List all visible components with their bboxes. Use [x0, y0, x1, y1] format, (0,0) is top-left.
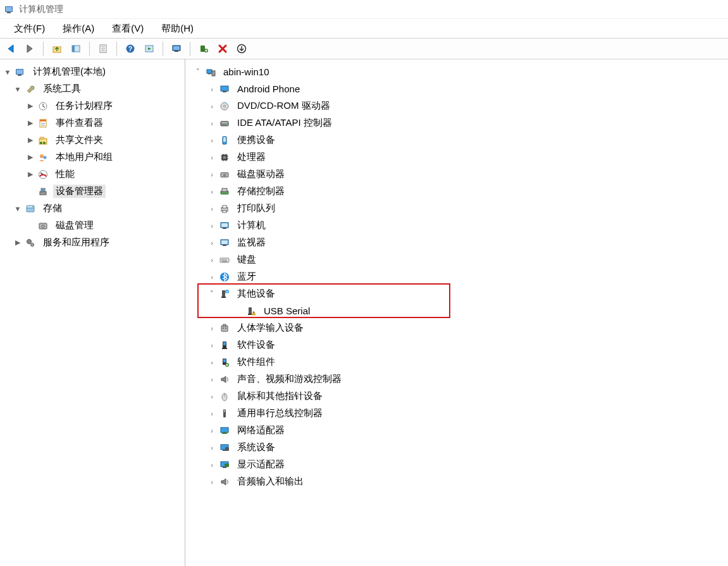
help-button[interactable] — [122, 40, 139, 57]
device-ide[interactable]: › IDE ATA/ATAPI 控制器 — [188, 114, 728, 132]
device-display-adapters[interactable]: › 显示适配器 — [188, 456, 728, 473]
update-driver-button[interactable] — [233, 40, 250, 57]
expand-icon[interactable]: ▶ — [25, 170, 35, 178]
disk-icon — [37, 219, 49, 232]
expand-icon[interactable]: ▼ — [3, 68, 13, 76]
menu-action[interactable]: 操作(A) — [54, 20, 103, 37]
gears-icon — [24, 237, 37, 249]
expand-icon[interactable]: › — [207, 359, 217, 366]
device-label: 其他设备 — [235, 287, 278, 300]
device-processors[interactable]: › 处理器 — [188, 149, 728, 166]
device-disk-drives[interactable]: › 磁盘驱动器 — [188, 166, 728, 183]
expand-icon[interactable]: › — [207, 239, 217, 247]
scan-hardware-button[interactable] — [168, 40, 185, 57]
device-storage-controllers[interactable]: › 存储控制器 — [188, 183, 728, 200]
uninstall-device-button[interactable] — [214, 40, 231, 57]
tree-system-tools[interactable]: ▼ 系统工具 — [3, 80, 185, 97]
expand-icon[interactable]: › — [207, 427, 217, 434]
expand-icon[interactable]: ▼ — [13, 205, 23, 212]
expand-icon[interactable]: ▶ — [13, 238, 23, 247]
tree-label: 磁盘管理 — [53, 219, 96, 232]
expand-icon[interactable]: › — [207, 137, 217, 144]
tree-label: 系统工具 — [40, 82, 83, 95]
separator — [43, 42, 44, 56]
device-system-devices[interactable]: › 系统设备 — [188, 439, 728, 456]
expand-icon[interactable]: › — [207, 273, 217, 281]
device-mouse[interactable]: › 鼠标和其他指针设备 — [188, 388, 728, 405]
menu-help[interactable]: 帮助(H) — [152, 20, 202, 37]
keyboard-icon — [218, 254, 231, 266]
expand-icon[interactable]: › — [207, 222, 217, 230]
expand-icon[interactable]: › — [207, 256, 217, 264]
up-button[interactable] — [49, 40, 65, 57]
device-hid[interactable]: › 人体学输入设备 — [188, 319, 728, 336]
expand-icon[interactable]: ▶ — [25, 102, 35, 110]
enable-device-button[interactable] — [195, 40, 212, 57]
tree-shared-folders[interactable]: ▶ 共享文件夹 — [3, 132, 185, 149]
tree-root-computer-management[interactable]: ▼ 计算机管理(本地) — [3, 63, 185, 80]
device-keyboards[interactable]: › 键盘 — [188, 251, 728, 268]
expand-icon[interactable]: › — [207, 188, 217, 195]
menu-file[interactable]: 文件(F) — [5, 20, 54, 37]
expand-icon[interactable]: › — [207, 461, 217, 469]
device-monitors[interactable]: › 监视器 — [188, 234, 728, 251]
expand-icon[interactable]: › — [207, 205, 217, 212]
tree-storage[interactable]: ▼ 存储 — [3, 200, 185, 217]
warning-device-icon — [245, 305, 257, 317]
device-sound[interactable]: › 声音、视频和游戏控制器 — [188, 371, 728, 388]
device-software-devices[interactable]: › 软件设备 — [188, 336, 728, 354]
expand-icon[interactable]: › — [207, 102, 217, 110]
tree-services[interactable]: ▶ 服务和应用程序 — [3, 234, 185, 251]
expand-icon[interactable]: › — [207, 444, 217, 452]
expand-icon[interactable]: › — [207, 410, 217, 417]
action-pane-button[interactable] — [141, 40, 157, 57]
expand-houicon[interactable]: ˅ — [193, 68, 203, 76]
device-android-phone[interactable]: › Android Phone — [188, 80, 728, 97]
tree-device-manager[interactable]: ▶ 设备管理器 — [3, 183, 185, 200]
properties-button[interactable] — [95, 40, 111, 57]
expand-icon[interactable]: › — [207, 154, 217, 161]
device-bluetooth[interactable]: › 蓝牙 — [188, 268, 728, 285]
expand-icon[interactable]: › — [207, 120, 217, 127]
device-usb-serial[interactable]: › USB Serial — [188, 302, 728, 319]
device-network-adapters[interactable]: › 网络适配器 — [188, 422, 728, 439]
expand-icon[interactable]: ▶ — [25, 153, 35, 161]
device-portable[interactable]: › 便携设备 — [188, 132, 728, 149]
shared-folder-icon — [37, 134, 49, 147]
device-other-devices[interactable]: ˅ 其他设备 — [188, 285, 728, 302]
device-software-components[interactable]: › 软件组件 — [188, 354, 728, 371]
content-area: ▼ 计算机管理(本地) ▼ 系统工具 ▶ 任务计划程序 ▶ 事件查看器 ▶ 共享… — [0, 59, 728, 566]
tree-performance[interactable]: ▶ 性能 — [3, 166, 185, 183]
tree-task-scheduler[interactable]: ▶ 任务计划程序 — [3, 97, 185, 114]
expand-icon[interactable]: › — [207, 376, 217, 383]
device-usb-controllers[interactable]: › 通用串行总线控制器 — [188, 405, 728, 422]
forward-button[interactable] — [22, 40, 38, 57]
expand-icon[interactable]: › — [207, 478, 217, 486]
show-hide-pane-button[interactable] — [68, 40, 84, 57]
expand-icon[interactable]: › — [207, 85, 217, 93]
expand-icon[interactable]: ▼ — [13, 85, 23, 93]
device-dvd[interactable]: › DVD/CD-ROM 驱动器 — [188, 97, 728, 114]
tree-disk-management[interactable]: ▶ 磁盘管理 — [3, 217, 185, 234]
menu-view[interactable]: 查看(V) — [103, 20, 152, 37]
back-button[interactable] — [3, 40, 19, 57]
device-root[interactable]: ˅ abin-win10 — [188, 63, 728, 80]
device-label: IDE ATA/ATAPI 控制器 — [235, 116, 335, 130]
device-computer[interactable]: › 计算机 — [188, 217, 728, 234]
mouse-icon — [218, 390, 231, 403]
device-label: 磁盘驱动器 — [235, 168, 287, 181]
expand-icon[interactable]: › — [207, 393, 217, 400]
device-print-queues[interactable]: › 打印队列 — [188, 200, 728, 217]
expand-icon[interactable]: › — [207, 324, 217, 332]
expand-icon[interactable]: ˅ — [207, 290, 217, 298]
device-audio-io[interactable]: › 音频输入和输出 — [188, 473, 728, 490]
expand-icon[interactable]: › — [207, 171, 217, 178]
expand-icon[interactable]: › — [207, 341, 217, 349]
expand-icon[interactable]: ▶ — [25, 119, 35, 127]
tree-event-viewer[interactable]: ▶ 事件查看器 — [3, 114, 185, 132]
expand-placeholder: ▶ — [25, 221, 35, 230]
expand-icon[interactable]: ▶ — [25, 136, 35, 144]
device-label: USB Serial — [261, 305, 312, 317]
audio-io-icon — [218, 476, 231, 488]
tree-local-users[interactable]: ▶ 本地用户和组 — [3, 149, 185, 166]
